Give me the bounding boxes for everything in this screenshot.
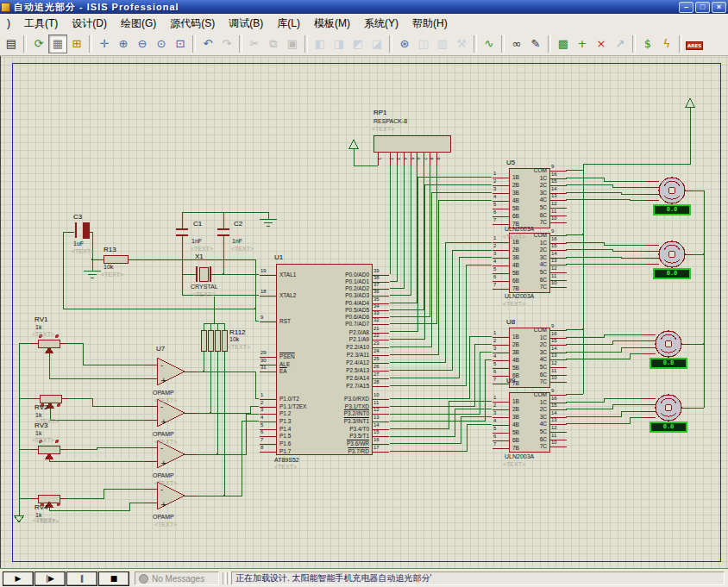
zoom-all-button[interactable]: ⊙ [152,34,171,53]
copy-button[interactable]: ⧉ [264,34,283,53]
pin-number: 1 [493,395,496,400]
pin-number: 13 [373,415,380,420]
search-tag-button[interactable]: ∞ [507,34,526,53]
pin-number: 11 [551,368,556,373]
netlist-to-ares-button[interactable]: ARES [685,34,704,53]
pin-name: P1.0/T2 [279,396,299,402]
stop-button[interactable]: ■ [98,571,129,586]
menu-item[interactable]: 库(L) [270,15,307,33]
pin-number: 33 [373,310,380,315]
block-delete-button[interactable]: ◪ [367,34,386,53]
pin-number: 17 [373,445,380,450]
toolbar-separator [389,35,392,53]
new-design-button[interactable]: ▤ [2,34,21,53]
mcu-u1[interactable]: 19XTAL1 18XTAL2 9RST 29PSEN 30ALE 31EA 1… [276,264,373,455]
pin-number: 6 [493,274,496,279]
pause-button[interactable]: ∥ [66,571,97,586]
rv3-value: 1k [35,430,41,436]
respack-rp1[interactable] [373,135,451,153]
menu-item[interactable]: 工具(T) [17,15,65,33]
pin-name: PSEN [279,353,295,359]
maximize-button[interactable]: □ [695,2,710,13]
grid-toggle-button[interactable]: ▦ [48,34,67,53]
pin-number: 6 [493,369,496,374]
menu-item[interactable]: 绘图(G) [114,15,163,33]
remove-sheet-icon: × [597,37,606,50]
pin-number: 16 [551,331,557,336]
titlebar[interactable]: 自动追光部分 - ISIS Professional – □ × [0,0,728,14]
rp1-type: RESPACK-8 [373,118,407,124]
svg-text:+: + [160,459,167,467]
uln-chip-u9[interactable]: 11B 22B 33B 44B 55B 66B 77B 9COM 161C 15… [509,392,550,453]
zoom-area-button[interactable]: ⊡ [171,34,190,53]
motor1-angle-display: 0.0 [653,204,691,215]
u7-ref: U7 [156,345,165,353]
block-rotate-button[interactable]: ◩ [348,34,367,53]
decompose-button[interactable]: ⚒ [452,34,471,53]
c3-text: <TEXT> [72,248,94,254]
menu-item[interactable]: 帮助(H) [405,15,455,33]
toolbar: ▤ ⟳▦⊞ ✛⊕⊖⊙⊡ ↶↷ ✂⧉▣ ◧◨◩◪ ⊛◫▥⚒ ∿ ∞✎ ▩+×↗ $… [0,33,728,56]
close-button[interactable]: × [712,2,726,13]
uln-chip-2[interactable]: 11B 22B 33B 44B 55B 66B 77B 9COM 161C 15… [509,233,550,293]
pin-name: RST [279,318,291,324]
pan-button[interactable]: ✛ [95,34,114,53]
step-button[interactable]: |▶ [35,571,66,586]
property-assignment-button[interactable]: ✎ [526,34,545,53]
pin-number: 12 [551,201,557,206]
uln-chip-u5[interactable]: 11B 22B 33B 44B 55B 66B 77B 9COM 161C 15… [509,168,550,228]
menu-item[interactable]: 设计(D) [65,15,114,33]
play-button[interactable]: ▶ [3,571,34,586]
menu-item[interactable]: ) [0,16,17,31]
menu-item[interactable]: 系统(Y) [357,15,405,33]
zoom-in-button[interactable]: ⊕ [114,34,133,53]
pin-name: 2C [540,406,547,412]
packaging-tool-button[interactable]: ▥ [433,34,452,53]
minimize-button[interactable]: – [679,2,693,13]
pin-stub [549,222,567,223]
goto-arrow-icon: ↗ [616,37,625,50]
redo-button[interactable]: ↷ [217,34,236,53]
wire-autorouter-button[interactable]: ∿ [480,34,499,53]
ground-flag-icon [14,515,24,522]
no-messages-label: No Messages [152,574,204,584]
remove-sheet-button[interactable]: × [592,34,611,53]
bill-of-materials-button[interactable]: $ [638,34,657,53]
pin-name: 2B [512,247,519,253]
rv3-text: <TEXT> [32,437,54,443]
origin-button[interactable]: ⊞ [67,34,86,53]
menu-item[interactable]: 调试(B) [222,15,270,33]
design-explorer-button[interactable]: ▩ [554,34,573,53]
pin-name: 7C [540,443,547,449]
make-device-button[interactable]: ◫ [414,34,433,53]
statusbar-divider [227,572,230,584]
menu-item[interactable]: 源代码(S) [163,15,222,33]
menu-item[interactable]: 模板(M) [307,15,357,33]
pin-number: 10 [551,375,557,380]
cut-button[interactable]: ✂ [245,34,264,53]
pick-parts-button[interactable]: ⊛ [395,34,414,53]
zoom-out-button[interactable]: ⊖ [133,34,152,53]
electrical-rule-check-button[interactable]: ϟ [657,34,676,53]
pin-number: 35 [373,297,380,302]
pin-name: P0.5/AD5 [345,307,369,313]
capacitor-c2-icon [217,229,229,235]
pin-name: 2B [512,341,519,347]
refresh-button[interactable]: ⟳ [29,34,48,53]
pin-name: 3C [540,349,547,355]
pin-number: 10 [373,392,380,397]
block-move-button[interactable]: ◨ [329,34,348,53]
undo-button[interactable]: ↶ [198,34,217,53]
pin-name: 1B [512,398,519,404]
pin-number: 16 [551,172,557,177]
new-sheet-button[interactable]: + [573,34,592,53]
pin-name: P3.6/WR [347,440,369,446]
pin-number: 14 [551,186,557,191]
pin-number: 5 [410,157,415,159]
pin-number: 9 [551,388,554,393]
pin-name: 5B [512,365,519,371]
dollar-doc-icon: $ [644,37,651,50]
goto-sheet-button[interactable]: ↗ [611,34,630,53]
paste-button[interactable]: ▣ [283,34,302,53]
block-copy-button[interactable]: ◧ [311,34,329,53]
